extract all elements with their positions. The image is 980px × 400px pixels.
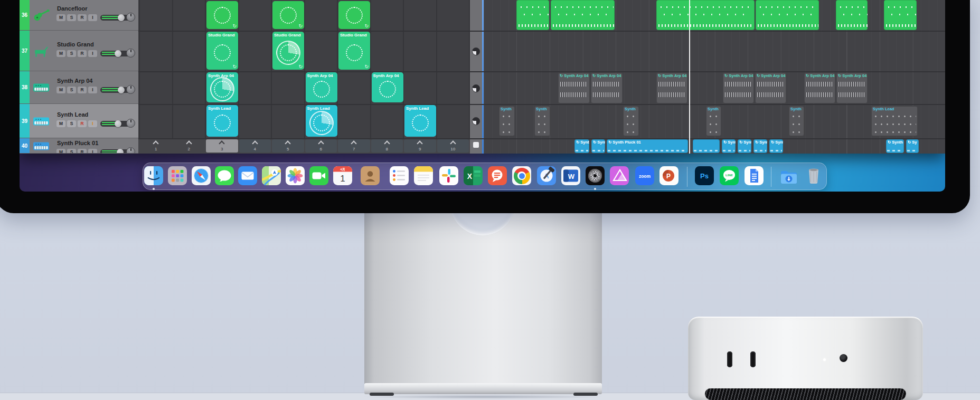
volume-knob[interactable] [118, 14, 125, 21]
region-synth-pluck-01[interactable]: ↻ Synth Pluck 01 [607, 139, 688, 153]
column-trigger-3[interactable]: 3 [206, 139, 238, 153]
pan-knob[interactable] [126, 119, 135, 128]
loop-cell-synth-arp-04-col3[interactable]: Synth Arp 04 [206, 72, 238, 102]
column-trigger-2[interactable]: 2 [173, 139, 205, 153]
region-synt[interactable]: ↻ Synt [722, 139, 736, 153]
column-trigger-7[interactable]: 7 [338, 139, 370, 153]
region-track36[interactable] [656, 0, 755, 30]
region-track36[interactable] [756, 0, 819, 30]
s-button[interactable]: S [67, 149, 76, 154]
region-synth[interactable]: Synth [499, 106, 515, 136]
m-button[interactable]: M [56, 50, 65, 57]
loop-cell-dancefloor-col7[interactable]: ↻ [338, 1, 370, 29]
region-synth-arp-04[interactable]: ↻ Synth Arp 04 [804, 73, 835, 103]
m-button[interactable]: M [56, 120, 65, 127]
track-header-studio-grand[interactable]: 37Studio GrandMSRI [20, 31, 138, 71]
stop-all-button[interactable] [473, 142, 479, 148]
line-icon[interactable]: LINE [720, 166, 739, 185]
powerpoint-icon[interactable]: P [659, 166, 679, 185]
s-button[interactable]: S [67, 87, 76, 93]
row-progress-icon[interactable] [472, 84, 480, 92]
r-button[interactable]: R [78, 149, 87, 154]
pan-knob[interactable] [126, 49, 135, 58]
slack-icon[interactable] [439, 166, 458, 185]
region-synth[interactable]: ↻ Synth [886, 139, 904, 153]
region-synth[interactable]: Synth [789, 106, 804, 136]
region-sy[interactable]: ↻ Sy [906, 139, 919, 153]
pan-knob[interactable] [126, 147, 135, 154]
track-header-dancefloor[interactable]: 36DancefloorMSRI [20, 0, 138, 31]
contacts-icon[interactable] [361, 166, 380, 185]
chat-app-icon[interactable] [488, 166, 507, 185]
loop-cell-synth-arp-04-col6[interactable]: Synth Arp 04 [306, 72, 337, 102]
s-button[interactable]: S [67, 120, 76, 127]
trash-icon[interactable] [804, 166, 823, 185]
loop-cell-synth-lead-col6[interactable]: Synth Lead [306, 105, 337, 137]
loop-cell-synth-lead-col3[interactable]: Synth Lead [206, 105, 238, 137]
region-synth-arp-04[interactable]: ↻ Synth Arp 04 [836, 73, 868, 103]
region-synt[interactable]: ↻ Synt [738, 139, 751, 153]
logic-pro-icon[interactable] [586, 166, 605, 185]
finder-icon[interactable] [144, 166, 163, 185]
region-synt[interactable]: ↻ Synt [591, 139, 605, 153]
column-trigger-9[interactable]: 9 [404, 139, 436, 153]
launchpad-icon[interactable] [168, 166, 187, 185]
region-synt[interactable]: ↻ Synt [574, 139, 589, 153]
zoom-icon[interactable]: zoom [635, 166, 654, 185]
facetime-icon[interactable] [309, 166, 328, 185]
region-synth[interactable]: Synth [534, 106, 550, 136]
r-button[interactable]: R [78, 50, 87, 57]
safari-icon[interactable] [192, 166, 211, 185]
region-synth-lead[interactable]: Synth Lead [871, 106, 918, 136]
word-icon[interactable]: W [561, 166, 580, 185]
r-button[interactable]: R [78, 14, 87, 21]
track-header-synth-lead[interactable]: 39Synth LeadMSRI [20, 104, 138, 138]
row-progress-icon[interactable] [472, 117, 480, 125]
column-trigger-5[interactable]: 5 [272, 139, 304, 153]
photoshop-icon[interactable]: Ps [695, 166, 714, 185]
column-trigger-4[interactable]: 4 [239, 139, 271, 153]
region-synth-arp-04[interactable]: ↻ Synth Arp 04 [723, 73, 754, 103]
region-track36[interactable] [551, 0, 615, 30]
column-trigger-10[interactable]: 10 [437, 139, 469, 153]
loop-cell-studio-grand-col3[interactable]: Studio Grand↻ [206, 32, 238, 70]
volume-knob[interactable] [117, 149, 124, 154]
i-button[interactable]: I [88, 120, 97, 127]
playhead[interactable] [689, 0, 690, 154]
notes-icon[interactable] [414, 166, 433, 185]
r-button[interactable]: R [78, 120, 87, 127]
column-trigger-8[interactable]: 8 [371, 139, 403, 153]
loop-cell-dancefloor-col5[interactable]: ↻ [272, 1, 304, 29]
m-button[interactable]: M [56, 87, 65, 93]
i-button[interactable]: I [88, 14, 97, 21]
loop-cell-studio-grand-col7[interactable]: Studio Grand↻ [338, 32, 370, 70]
r-button[interactable]: R [78, 87, 87, 93]
i-button[interactable]: I [88, 87, 97, 93]
region-synth[interactable]: Synth [623, 106, 639, 136]
region-synth-arp-04[interactable]: ↻ Synth Arp 04 [591, 73, 623, 103]
reminders-icon[interactable] [390, 166, 409, 185]
region-track36[interactable] [516, 0, 549, 30]
row-progress-icon[interactable] [472, 47, 480, 55]
region-synt[interactable]: ↻ Synt [753, 139, 767, 153]
column-trigger-1[interactable]: 1 [140, 139, 172, 153]
region-synt[interactable]: ↻ Synt [769, 139, 783, 153]
volume-knob[interactable] [115, 50, 121, 57]
column-trigger-6[interactable]: 6 [305, 139, 337, 153]
calendar-icon[interactable]: 4月1 [333, 166, 352, 185]
mail-icon[interactable] [238, 166, 257, 185]
region-synth-arp-04[interactable]: ↻ Synth Arp 04 [656, 73, 687, 103]
volume-knob[interactable] [115, 120, 121, 127]
region-synth-arp-04[interactable]: ↻ Synth Arp 04 [558, 73, 590, 103]
loop-cell-synth-lead-col9[interactable]: Synth Lead [404, 105, 436, 137]
google-docs-icon[interactable] [745, 166, 764, 185]
photos-icon[interactable] [286, 166, 305, 185]
region-synth-arp-04[interactable]: ↻ Synth Arp 04 [755, 73, 786, 103]
grid-tracks-divider[interactable] [482, 0, 484, 154]
m-button[interactable]: M [56, 14, 65, 21]
track-header-synth-arp-04[interactable]: 38Synth Arp 04MSRI [20, 71, 138, 104]
messages-icon[interactable] [215, 166, 234, 185]
i-button[interactable]: I [88, 50, 97, 57]
s-button[interactable]: S [67, 50, 76, 57]
region-track36[interactable] [884, 0, 917, 30]
